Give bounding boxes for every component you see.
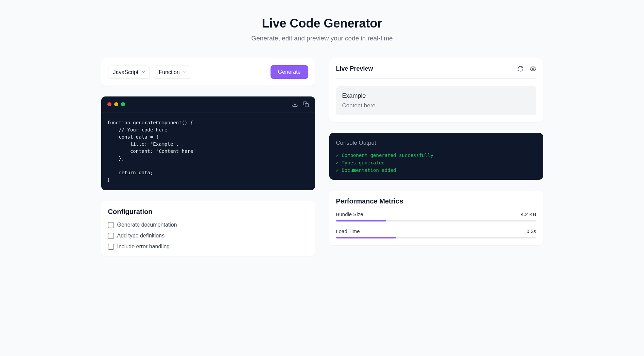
progress-fill [336,220,386,221]
preview-item-content: Content here [342,102,530,109]
download-button[interactable] [292,101,298,107]
config-item[interactable]: Include error handling [108,244,308,250]
config-label: Add type definitions [117,233,165,239]
config-checkbox-docs[interactable] [108,222,114,228]
traffic-light-red [107,102,111,106]
refresh-icon [517,66,524,72]
code-editor: function generateComponent() { // Your c… [101,96,315,190]
metric-value: 0.3s [526,228,536,234]
view-button[interactable] [530,66,536,72]
svg-rect-1 [305,104,308,107]
console-card: Console Output ✓ Component generated suc… [329,133,543,180]
metric-label: Bundle Size [336,211,363,217]
configuration-title: Configuration [108,208,308,216]
page-title: Live Code Generator [101,16,543,31]
code-content[interactable]: function generateComponent() { // Your c… [107,119,309,183]
preview-card: Live Preview Example Content here [329,58,543,122]
metrics-card: Performance Metrics Bundle Size 4.2 KB [329,191,543,245]
config-checkbox-errors[interactable] [108,244,114,250]
generate-button[interactable]: Generate [271,65,308,79]
config-label: Include error handling [117,244,170,250]
traffic-light-green [121,102,125,106]
console-line: ✓ Component generated successfully [336,153,536,158]
download-icon [292,101,298,107]
configuration-card: Configuration Generate documentation Add… [101,201,315,256]
language-select[interactable]: JavaScript [108,66,150,79]
refresh-button[interactable] [517,66,524,72]
progress-bar [336,220,536,221]
config-item[interactable]: Generate documentation [108,222,308,228]
preview-content: Example Content here [336,86,536,115]
metric-label: Load Time [336,228,360,234]
console-line: ✓ Documentation added [336,167,536,173]
traffic-light-yellow [114,102,118,106]
config-label: Generate documentation [117,222,177,228]
progress-bar [336,237,536,238]
console-line: ✓ Types generated [336,160,536,165]
progress-fill [336,237,396,238]
preview-item-title: Example [342,92,530,100]
copy-icon [303,101,309,107]
metric-item: Load Time 0.3s [336,228,536,238]
page-subtitle: Generate, edit and preview your code in … [101,35,543,42]
metric-item: Bundle Size 4.2 KB [336,211,536,221]
preview-title: Live Preview [336,65,373,72]
metrics-title: Performance Metrics [336,197,536,205]
config-item[interactable]: Add type definitions [108,233,308,239]
copy-button[interactable] [303,101,309,107]
console-title: Console Output [336,140,536,146]
config-checkbox-types[interactable] [108,233,114,239]
svg-point-2 [532,68,534,70]
toolbar-card: JavaScript Function Generate [101,58,315,86]
eye-icon [530,66,536,72]
traffic-lights [107,102,125,106]
type-select[interactable]: Function [154,66,191,79]
metric-value: 4.2 KB [521,211,536,217]
